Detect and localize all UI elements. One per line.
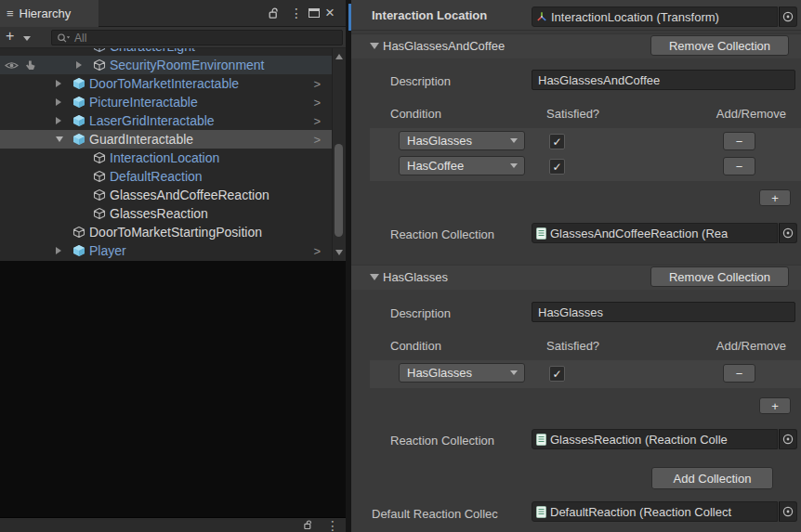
add-remove-column-label: Add/Remove	[716, 107, 786, 121]
object-picker-button[interactable]	[779, 501, 797, 522]
picker-target-icon	[781, 10, 794, 23]
tree-item-doortomarketstartingposition[interactable]: DoorToMarketStartingPosition	[0, 223, 332, 241]
tree-item-pictureinteractable[interactable]: PictureInteractable >	[0, 93, 332, 111]
unlock-icon[interactable]	[268, 7, 280, 19]
prefab-open-arrow[interactable]: >	[313, 77, 321, 91]
object-field-value: InteractionLocation (Transform)	[551, 10, 719, 24]
tree-item-glassesreaction[interactable]: GlassesReaction	[0, 204, 332, 223]
gameobject-icon	[93, 48, 106, 53]
tree-item-defaultreaction[interactable]: DefaultReaction	[0, 167, 332, 186]
panel-menu-icon[interactable]: ⋮	[290, 6, 303, 20]
add-condition-button[interactable]: +	[759, 189, 791, 206]
expander-icon[interactable]	[56, 117, 72, 124]
satisfied-checkbox[interactable]: ✓	[549, 159, 565, 175]
description-field[interactable]: HasGlasses	[532, 302, 795, 322]
hierarchy-toolbar: + All	[0, 27, 346, 48]
satisfied-column-label: Satisfied?	[546, 339, 599, 353]
remove-condition-button[interactable]: −	[723, 157, 755, 175]
visibility-eye-icon[interactable]	[5, 60, 19, 71]
satisfied-checkbox[interactable]: ✓	[549, 134, 565, 149]
object-picker-button[interactable]	[779, 6, 797, 27]
component-title: Interaction Location	[372, 8, 487, 22]
object-field-value: GlassesAndCoffeeReaction (Rea	[550, 227, 728, 240]
remove-condition-button[interactable]: −	[723, 364, 755, 383]
gameobject-icon	[93, 207, 106, 220]
add-condition-button[interactable]: +	[759, 397, 791, 414]
tree-item-doortomarketinteractable[interactable]: DoorToMarketInteractable >	[0, 74, 332, 93]
foldout-arrow-icon[interactable]	[370, 43, 379, 49]
panel-menu-icon[interactable]: ⋮	[326, 518, 339, 532]
scriptable-object-icon	[536, 434, 546, 446]
gameobject-icon	[72, 226, 85, 239]
tree-item-characterlight[interactable]: CharacterLight	[0, 48, 332, 56]
object-field-value: GlassesReaction (Reaction Colle	[550, 433, 728, 447]
pickability-hand-icon[interactable]	[25, 59, 36, 71]
prefab-cube-icon	[72, 133, 85, 146]
lower-panel-tabbar: ⋮	[0, 517, 346, 532]
gameobject-icon	[93, 151, 106, 164]
condition-dropdown[interactable]: HasCoffee	[399, 156, 525, 175]
collection-title: HasGlasses	[383, 270, 448, 284]
remove-collection-button[interactable]: Remove Collection	[650, 266, 789, 287]
scriptable-object-icon	[536, 506, 546, 518]
scroll-down-arrow[interactable]	[335, 250, 343, 255]
hierarchy-tab-label: Hierarchy	[20, 6, 72, 20]
hierarchy-tab[interactable]: ≡ Hierarchy	[0, 0, 98, 27]
prefab-cube-icon	[72, 244, 85, 257]
maximize-icon[interactable]	[309, 8, 320, 18]
expander-icon[interactable]	[56, 80, 72, 87]
condition-column-label: Condition	[390, 339, 441, 353]
remove-condition-button[interactable]: −	[723, 132, 755, 150]
reaction-collection-object-field[interactable]: GlassesAndCoffeeReaction (Rea	[532, 223, 778, 243]
unlock-icon[interactable]	[303, 520, 313, 530]
object-field-value: DefaultReaction (Reaction Collect	[550, 505, 731, 519]
tree-item-securityroomenvironment[interactable]: SecurityRoomEnvironment	[0, 56, 332, 74]
condition-dropdown[interactable]: HasGlasses	[399, 363, 525, 383]
satisfied-checkbox[interactable]: ✓	[549, 366, 565, 382]
prefab-open-arrow[interactable]: >	[313, 114, 321, 128]
expander-icon[interactable]	[56, 136, 72, 142]
default-reaction-collection-label: Default Reaction Collec	[372, 507, 498, 521]
hierarchy-scrollbar[interactable]	[332, 48, 346, 261]
expander-icon[interactable]	[56, 98, 72, 106]
tree-item-interactionlocation[interactable]: InteractionLocation	[0, 149, 332, 167]
expander-icon[interactable]	[76, 61, 93, 69]
prefab-open-arrow[interactable]: >	[313, 133, 321, 147]
unity-editor-window: ≡ Hierarchy ⋮ × + All CharacterLight	[0, 0, 801, 532]
reaction-collection-object-field[interactable]: GlassesReaction (Reaction Colle	[532, 429, 778, 449]
reaction-collection-label: Reaction Collection	[390, 434, 494, 448]
foldout-arrow-icon[interactable]	[370, 274, 379, 280]
object-picker-button[interactable]	[779, 223, 797, 243]
expander-icon[interactable]	[56, 247, 72, 254]
transform-icon	[536, 11, 547, 22]
description-label: Description	[390, 74, 451, 88]
tree-item-lasergridinteractable[interactable]: LaserGridInteractable >	[0, 111, 332, 130]
condition-column-label: Condition	[390, 107, 441, 121]
close-icon[interactable]: ×	[325, 4, 335, 22]
search-input[interactable]: All	[51, 30, 343, 45]
tree-item-guardinteractable[interactable]: GuardInteractable >	[0, 130, 332, 149]
condition-dropdown[interactable]: HasGlasses	[399, 131, 525, 150]
scroll-up-arrow[interactable]	[335, 54, 343, 59]
create-dropdown-caret[interactable]	[23, 36, 31, 41]
tree-item-glassesandcoffeereaction[interactable]: GlassesAndCoffeeReaction	[0, 186, 332, 204]
description-field[interactable]: HasGlassesAndCoffee	[532, 70, 795, 90]
scriptable-object-icon	[536, 227, 546, 240]
add-collection-button[interactable]: Add Collection	[651, 467, 773, 489]
remove-collection-button[interactable]: Remove Collection	[650, 35, 789, 56]
interaction-location-object-field[interactable]: InteractionLocation (Transform)	[532, 6, 778, 27]
check-icon: ✓	[552, 368, 561, 381]
object-picker-button[interactable]	[779, 429, 797, 449]
default-reaction-object-field[interactable]: DefaultReaction (Reaction Collect	[532, 501, 778, 522]
prefab-open-arrow[interactable]: >	[313, 96, 321, 110]
prefab-open-arrow[interactable]: >	[313, 244, 321, 258]
tree-item-player[interactable]: Player >	[0, 241, 332, 260]
create-button[interactable]: +	[6, 28, 14, 45]
hierarchy-tabbar: ≡ Hierarchy ⋮ ×	[0, 0, 346, 27]
dropdown-caret-icon	[510, 370, 518, 375]
gameobject-icon	[93, 58, 106, 71]
dropdown-caret-icon	[510, 138, 518, 143]
check-icon: ✓	[552, 136, 561, 149]
prefab-cube-icon	[72, 114, 85, 127]
scrollbar-thumb[interactable]	[335, 144, 343, 237]
